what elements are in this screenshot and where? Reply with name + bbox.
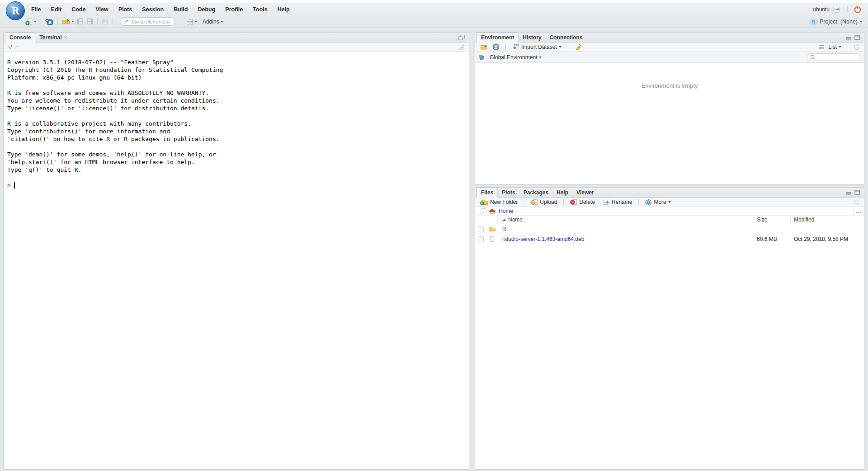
goto-arrow-icon	[124, 19, 129, 24]
tab-viewer[interactable]: Viewer	[572, 188, 598, 197]
column-header-name[interactable]: Name	[498, 217, 752, 223]
tab-help[interactable]: Help	[552, 188, 572, 197]
open-folder-icon	[480, 44, 488, 50]
tab-plots[interactable]: Plots	[498, 188, 519, 197]
new-file-button[interactable]	[24, 17, 38, 26]
file-size: 60.6 MB	[752, 236, 790, 242]
breadcrumb-home-link[interactable]: Home	[499, 208, 513, 214]
environment-scope-button[interactable]: Global Environment	[488, 54, 543, 61]
menu-file[interactable]: File	[26, 6, 46, 13]
open-file-caret-icon	[71, 21, 74, 23]
menu-debug[interactable]: Debug	[193, 6, 220, 13]
files-tabbar: Files Plots Packages Help Viewer	[475, 188, 864, 198]
menu-plots[interactable]: Plots	[113, 6, 137, 13]
print-button[interactable]	[100, 18, 110, 26]
menu-bar: File Edit Code View Plots Session Build …	[0, 3, 868, 15]
console-prompt-line[interactable]: >	[7, 181, 469, 189]
scope-caret-icon	[539, 57, 542, 58]
addins-caret-icon	[221, 21, 223, 23]
clear-console-icon[interactable]	[458, 44, 465, 51]
environment-search-box[interactable]	[807, 53, 860, 61]
tab-connections[interactable]: Connections	[546, 33, 587, 42]
select-all-checkbox[interactable]	[481, 208, 486, 214]
new-folder-icon	[480, 199, 488, 205]
menu-tools[interactable]: Tools	[248, 6, 272, 13]
maximize-panel-icon[interactable]	[854, 35, 860, 40]
tab-terminal[interactable]: Terminal ×	[35, 33, 71, 42]
addins-button[interactable]: Addins	[201, 18, 225, 26]
menu-build[interactable]: Build	[169, 6, 193, 13]
new-project-icon: R	[45, 18, 53, 25]
tab-history[interactable]: History	[519, 33, 545, 42]
menu-session[interactable]: Session	[137, 6, 169, 13]
tab-console[interactable]: Console	[5, 33, 35, 42]
file-row[interactable]: rstudio-server-1.1.463-amd64.deb 60.6 MB…	[475, 234, 864, 244]
menu-code[interactable]: Code	[66, 6, 90, 13]
quit-session-button[interactable]	[854, 5, 862, 14]
open-folder-icon	[62, 19, 70, 25]
environment-search-input[interactable]	[816, 54, 857, 61]
menu-view[interactable]: View	[90, 6, 113, 13]
maximize-panel-icon[interactable]	[854, 190, 860, 195]
goto-directory-icon[interactable]	[14, 45, 20, 50]
file-modified: Oct 29, 2018, 9:58 PM	[790, 236, 864, 242]
save-workspace-button[interactable]	[491, 43, 500, 51]
files-table-header: Name Size Modified	[475, 216, 864, 224]
file-name-link[interactable]: rstudio-server-1.1.463-amd64.deb	[502, 236, 584, 242]
folder-icon	[488, 226, 496, 232]
rename-button[interactable]: Rename	[601, 198, 633, 206]
rename-icon	[603, 199, 610, 205]
restore-panes-icon[interactable]	[458, 34, 465, 41]
goto-file-function-box[interactable]	[120, 17, 175, 26]
project-cube-icon: R	[810, 18, 817, 25]
sort-ascending-icon	[502, 218, 506, 221]
row-checkbox[interactable]	[478, 226, 484, 232]
minimize-panel-icon[interactable]	[846, 35, 852, 40]
file-row[interactable]: R	[475, 224, 864, 234]
upload-button[interactable]: Upload	[529, 198, 558, 206]
open-file-button[interactable]	[61, 18, 75, 26]
list-view-button[interactable]: List	[827, 43, 843, 51]
console-panel: Console Terminal × ~/ R version 3.5.1 (2…	[3, 32, 469, 470]
menu-profile[interactable]: Profile	[220, 6, 248, 13]
new-folder-button[interactable]: New Folder	[479, 198, 519, 206]
environment-toolbar: Import Dataset List	[475, 42, 864, 52]
tab-packages[interactable]: Packages	[519, 188, 552, 197]
pane-grid-button[interactable]	[185, 18, 198, 26]
refresh-icon[interactable]	[853, 44, 860, 51]
save-button[interactable]	[75, 17, 85, 26]
goto-file-function-input[interactable]	[131, 19, 171, 25]
column-header-size[interactable]: Size	[752, 216, 790, 224]
row-checkbox[interactable]	[478, 236, 484, 242]
project-menu-button[interactable]: Project: (None)	[820, 19, 863, 25]
terminal-close-icon[interactable]: ×	[64, 35, 67, 40]
new-file-caret-icon	[34, 21, 37, 23]
delete-button[interactable]: Delete	[569, 198, 596, 206]
files-panel: Files Plots Packages Help Viewer New Fol…	[475, 187, 864, 470]
power-icon	[854, 5, 862, 14]
global-environment-icon	[479, 54, 486, 61]
console-tabbar: Console Terminal ×	[4, 33, 469, 42]
list-view-icon	[819, 45, 825, 50]
more-button[interactable]: More	[644, 198, 672, 206]
menu-edit[interactable]: Edit	[46, 6, 67, 13]
menu-help[interactable]: Help	[273, 6, 295, 13]
clear-environment-button[interactable]	[573, 43, 583, 51]
refresh-icon[interactable]	[853, 199, 860, 206]
load-workspace-button[interactable]	[479, 44, 489, 51]
delete-icon	[570, 199, 577, 205]
import-dataset-button[interactable]: Import Dataset	[511, 43, 563, 51]
tab-environment[interactable]: Environment	[476, 33, 519, 42]
new-project-button[interactable]: R	[44, 17, 55, 26]
console-output-area[interactable]: R version 3.5.1 (2018-07-02) -- "Feather…	[4, 52, 469, 189]
app-header: R File Edit Code View Plots Session Buil…	[0, 0, 868, 28]
minimize-panel-icon[interactable]	[846, 190, 852, 195]
project-label: Project: (None)	[820, 19, 858, 25]
breadcrumb-more-button[interactable]: ...	[853, 207, 864, 215]
save-all-button[interactable]	[85, 17, 94, 26]
grid-caret-icon	[194, 21, 197, 23]
sign-out-button[interactable]	[833, 5, 841, 13]
file-name-link[interactable]: R	[502, 226, 506, 232]
tab-files[interactable]: Files	[476, 188, 498, 198]
column-header-modified[interactable]: Modified	[790, 216, 864, 224]
